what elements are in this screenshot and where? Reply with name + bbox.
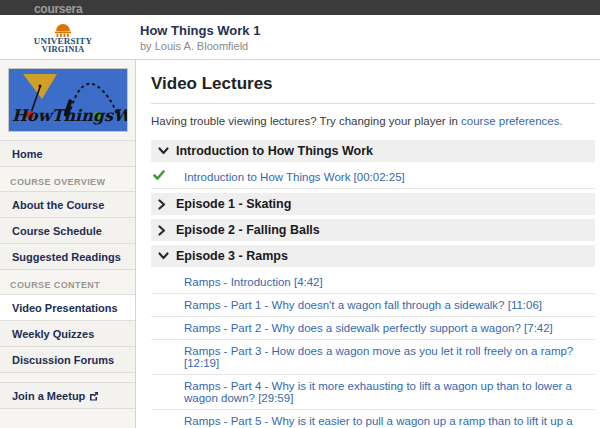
lecture-list: Introduction to How Things Work [00:02:2…	[151, 166, 595, 189]
sidebar-item-video-presentations[interactable]: Video Presentations	[0, 295, 135, 321]
section-label: Episode 2 - Falling Balls	[176, 223, 320, 237]
lecture-row: Ramps - Introduction [4:42]	[151, 271, 595, 294]
how-things-work-art: HowThingsWork	[9, 69, 128, 131]
completed-check-icon	[153, 170, 165, 183]
meetup-label: Join a Meetup	[12, 390, 85, 402]
player-notice: Having trouble viewing lectures? Try cha…	[151, 115, 595, 127]
lecture-link[interactable]: Ramps - Part 1 - Why doesn't a wagon fal…	[184, 299, 542, 311]
sidebar-item-home[interactable]: Home	[0, 141, 135, 167]
lecture-row: Ramps - Part 2 - Why does a sidewalk per…	[151, 317, 595, 340]
lecture-row: Ramps - Part 5 - Why is it easier to pul…	[151, 410, 595, 428]
lecture-link[interactable]: Introduction to How Things Work [00:02:2…	[184, 171, 405, 183]
coursera-logo[interactable]: coursera	[34, 3, 82, 15]
course-meta: How Things Work 1 by Louis A. Bloomfield	[126, 23, 260, 52]
sidebar-item-join-a-meetup[interactable]: Join a Meetup	[0, 383, 135, 409]
sidebar-group-course-content: Video PresentationsWeekly QuizzesDiscuss…	[0, 294, 135, 373]
lecture-sections: Introduction to How Things WorkIntroduct…	[151, 140, 595, 428]
lecture-link[interactable]: Ramps - Part 2 - Why does a sidewalk per…	[184, 322, 553, 334]
sidebar-nav: HomeCOURSE OVERVIEWAbout the CourseCours…	[0, 140, 135, 409]
section-label: Introduction to How Things Work	[176, 144, 373, 158]
lecture-row: Introduction to How Things Work [00:02:2…	[151, 166, 595, 189]
sidebar-item-suggested-readings[interactable]: Suggested Readings	[0, 244, 135, 270]
lecture-link[interactable]: Ramps - Introduction [4:42]	[184, 276, 323, 288]
sidebar-item-course-schedule[interactable]: Course Schedule	[0, 218, 135, 244]
section-label: Episode 1 - Skating	[176, 197, 291, 211]
sidebar-item-about-the-course[interactable]: About the Course	[0, 192, 135, 218]
section-header-episode-2-falling-balls[interactable]: Episode 2 - Falling Balls	[151, 219, 595, 241]
lecture-list: Ramps - Introduction [4:42]Ramps - Part …	[151, 271, 595, 428]
course-logo-image[interactable]: HowThingsWork	[8, 68, 128, 132]
body: HowThingsWork HomeCOURSE OVERVIEWAbout t…	[0, 60, 600, 428]
main-content: Video Lectures Having trouble viewing le…	[136, 60, 600, 428]
sidebar-meetup-group: Join a Meetup	[0, 382, 135, 409]
chevron-right-icon	[158, 199, 176, 210]
course-preferences-link[interactable]: course preferences.	[461, 115, 563, 127]
section-header-episode-1-skating[interactable]: Episode 1 - Skating	[151, 193, 595, 215]
sidebar-group-course-overview: About the CourseCourse ScheduleSuggested…	[0, 191, 135, 270]
topbar: coursera	[0, 0, 600, 15]
sidebar-item-discussion-forums[interactable]: Discussion Forums	[0, 347, 135, 373]
svg-text:HowThingsWork: HowThingsWork	[12, 106, 128, 125]
page-title: Video Lectures	[151, 74, 595, 104]
rotunda-icon	[52, 23, 74, 37]
university-name-line2: VIRGINIA	[34, 45, 93, 53]
sidebar-section-heading: COURSE CONTENT	[0, 270, 135, 294]
lecture-row: Ramps - Part 4 - Why is it more exhausti…	[151, 375, 595, 410]
lecture-row: Ramps - Part 1 - Why doesn't a wagon fal…	[151, 294, 595, 317]
lecture-link[interactable]: Ramps - Part 5 - Why is it easier to pul…	[184, 415, 573, 428]
page: coursera UNIVERSITY VIRGINIA How Things …	[0, 0, 600, 428]
sidebar-item-weekly-quizzes[interactable]: Weekly Quizzes	[0, 321, 135, 347]
lecture-link[interactable]: Ramps - Part 4 - Why is it more exhausti…	[184, 380, 572, 404]
course-header: UNIVERSITY VIRGINIA How Things Work 1 by…	[0, 15, 600, 60]
section-header-introduction-to-how-things-work[interactable]: Introduction to How Things Work	[151, 140, 595, 162]
chevron-right-icon	[158, 225, 176, 236]
course-author: by Louis A. Bloomfield	[140, 40, 260, 52]
chevron-down-icon	[158, 252, 176, 260]
lecture-row: Ramps - Part 3 - How does a wagon move a…	[151, 340, 595, 375]
lecture-link[interactable]: Ramps - Part 3 - How does a wagon move a…	[184, 345, 573, 369]
university-logo[interactable]: UNIVERSITY VIRGINIA	[0, 21, 126, 53]
external-link-icon	[89, 391, 99, 403]
course-title: How Things Work 1	[140, 23, 260, 38]
section-header-episode-3-ramps[interactable]: Episode 3 - Ramps	[151, 245, 595, 267]
chevron-down-icon	[158, 147, 176, 155]
sidebar-group-top: Home	[0, 140, 135, 167]
notice-text: Having trouble viewing lectures? Try cha…	[151, 115, 461, 127]
sidebar-section-heading: COURSE OVERVIEW	[0, 167, 135, 191]
sidebar: HowThingsWork HomeCOURSE OVERVIEWAbout t…	[0, 60, 136, 428]
section-label: Episode 3 - Ramps	[176, 249, 288, 263]
